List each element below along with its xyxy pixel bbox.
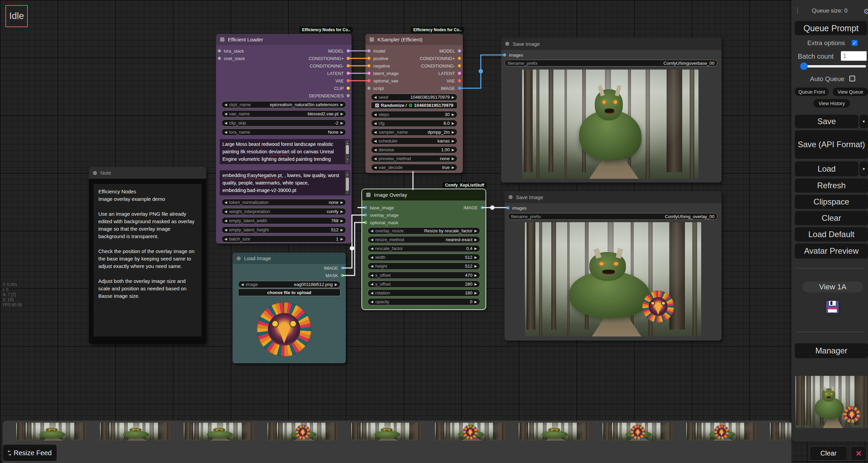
increment-arrow-icon[interactable]: ▶ [340, 237, 343, 241]
widget-empty_latent_width[interactable]: ◀empty_latent_width768▶ [221, 217, 346, 224]
decrement-arrow-icon[interactable]: ◀ [224, 210, 227, 213]
widget-vae_name[interactable]: ◀vae_nameblessed2.vae.pt▶ [221, 110, 346, 117]
increment-arrow-icon[interactable]: ▶ [474, 282, 477, 286]
upload-button[interactable]: choose file to upload [238, 289, 340, 296]
output-port-CONDITIONING+[interactable]: CONDITIONING+ [420, 55, 461, 61]
feed-thumbnail[interactable] [603, 423, 673, 441]
output-port-DEPENDENCIES[interactable]: DEPENDENCIES [309, 93, 350, 99]
port-dot[interactable] [341, 266, 344, 270]
increment-arrow-icon[interactable]: ▶ [452, 157, 454, 160]
decrement-arrow-icon[interactable]: ◀ [374, 157, 377, 160]
scrollbar-thumb[interactable] [346, 145, 349, 154]
decrement-arrow-icon[interactable]: ◀ [224, 228, 227, 232]
output-port-CONDITIONING-[interactable]: CONDITIONING- [310, 63, 350, 69]
load-default-button[interactable]: Load Default [795, 227, 868, 242]
textarea-scrollbar[interactable]: ▲▼ [345, 171, 350, 195]
increment-arrow-icon[interactable]: ▶ [340, 210, 343, 213]
node-save-image-1[interactable]: Save Imageimagesfilename_prefixComfyUI\i… [501, 38, 722, 182]
refresh-button[interactable]: Refresh [795, 178, 868, 193]
load-button[interactable]: Load [795, 161, 859, 176]
node-ksampler-efficient[interactable]: Efficiency Nodes for Co..KSampler (Effic… [366, 34, 463, 173]
decrement-arrow-icon[interactable]: ◀ [371, 255, 373, 259]
batch-count-input[interactable] [841, 51, 867, 61]
input-port-script[interactable]: script [367, 85, 384, 91]
input-port-optional_vae[interactable]: optional_vae [367, 78, 398, 84]
node-efficient-loader[interactable]: Efficiency Nodes for Co..Efficient Loade… [216, 34, 352, 244]
feed-thumbnail[interactable] [435, 423, 506, 441]
widget-preview_method[interactable]: ◀preview_methodnone▶ [371, 155, 457, 162]
increment-arrow-icon[interactable]: ▶ [340, 121, 343, 125]
clear-workflow-button[interactable]: Clear [795, 211, 868, 225]
port-dot[interactable] [364, 206, 367, 209]
save-api-format-button[interactable]: Save (API Format) [795, 130, 868, 159]
increment-arrow-icon[interactable]: ▶ [474, 300, 477, 304]
port-dot[interactable] [458, 72, 461, 75]
widget-overlay_resize[interactable]: ◀overlay_resizeResize by rescale_factor▶ [368, 227, 480, 234]
settings-gear-icon[interactable]: ⚙ [863, 7, 868, 16]
manager-button[interactable]: Manager [795, 343, 868, 358]
port-dot[interactable] [458, 79, 461, 82]
decrement-arrow-icon[interactable]: ◀ [371, 238, 373, 242]
output-port-MODEL[interactable]: MODEL [328, 48, 350, 54]
port-dot[interactable] [367, 72, 371, 75]
port-dot[interactable] [458, 64, 461, 67]
widget-sampler_name[interactable]: ◀sampler_namedpmpp_2m▶ [371, 129, 457, 136]
increment-arrow-icon[interactable]: ▶ [452, 148, 454, 152]
decrement-arrow-icon[interactable]: ◀ [374, 121, 377, 125]
node-header[interactable]: KSampler (Efficient) [366, 34, 463, 45]
decrement-arrow-icon[interactable]: ◀ [241, 283, 244, 286]
widget-batch_size[interactable]: ◀batch_size1▶ [221, 235, 346, 243]
increment-arrow-icon[interactable]: ▶ [340, 228, 343, 232]
save-button[interactable]: Save [795, 115, 859, 128]
collapse-dot-icon[interactable] [505, 42, 509, 46]
increment-arrow-icon[interactable]: ▶ [340, 200, 343, 204]
output-port-VAE[interactable]: VAE [335, 78, 350, 84]
widget-filename_prefix[interactable]: filename_prefixComfyUI\imgoverbase_00 [505, 60, 717, 66]
view-1a-button[interactable]: View 1A [802, 282, 863, 292]
port-dot[interactable] [367, 49, 371, 53]
output-port-LATENT[interactable]: LATENT [327, 70, 350, 76]
result-preview-thumbnail[interactable] [795, 376, 867, 428]
port-dot[interactable] [364, 213, 367, 217]
output-port-IMAGE[interactable]: IMAGE [441, 85, 461, 91]
input-port-latent_image[interactable]: latent_image [367, 70, 398, 76]
randomize-seed-button[interactable]: ⚄Randomize /♻1046036195170979 [371, 102, 457, 109]
collapse-square-icon[interactable] [366, 193, 371, 197]
decrement-arrow-icon[interactable]: ◀ [224, 219, 227, 223]
widget-rescale_factor[interactable]: ◀rescale_factor0.4▶ [368, 245, 480, 252]
feed-thumbnail[interactable] [770, 423, 791, 441]
close-feed-button[interactable]: × [851, 446, 867, 461]
prompt-textarea[interactable]: Large Moss beast redwood forest landscap… [220, 139, 350, 164]
decrement-arrow-icon[interactable]: ◀ [374, 148, 377, 152]
resize-feed-button[interactable]: ⇤⇥ Resize Feed [3, 444, 57, 461]
increment-arrow-icon[interactable]: ▶ [452, 121, 454, 125]
increment-arrow-icon[interactable]: ▶ [340, 219, 343, 223]
widget-seed[interactable]: ◀seed1046036195170979▶ [371, 94, 457, 101]
view-history-button[interactable]: View History [813, 99, 850, 108]
port-dot[interactable] [347, 94, 350, 97]
port-dot[interactable] [347, 49, 350, 53]
port-dot[interactable] [218, 49, 221, 53]
increment-arrow-icon[interactable]: ▶ [340, 103, 343, 107]
output-port-IMAGE[interactable]: IMAGE [463, 205, 484, 211]
increment-arrow-icon[interactable]: ▶ [340, 112, 343, 116]
decrement-arrow-icon[interactable]: ◀ [224, 103, 227, 107]
widget-steps[interactable]: ◀steps30▶ [371, 111, 457, 118]
port-dot[interactable] [480, 206, 484, 209]
input-port-cnet_stack[interactable]: cnet_stack [218, 55, 245, 61]
increment-arrow-icon[interactable]: ▶ [474, 273, 477, 277]
save-avatar-button[interactable] [823, 298, 842, 316]
queue-prompt-button[interactable]: Queue Prompt [795, 21, 867, 35]
avatar-preview-button[interactable]: Avatar Preview [795, 244, 868, 258]
collapse-dot-icon[interactable] [93, 171, 97, 175]
port-dot[interactable] [458, 86, 461, 90]
node-note[interactable]: NoteEfficiency Nodes Image overlay examp… [89, 167, 206, 344]
decrement-arrow-icon[interactable]: ◀ [374, 130, 377, 134]
save-dropdown-button[interactable]: ▼ [860, 115, 868, 128]
decrement-arrow-icon[interactable]: ◀ [374, 113, 377, 116]
increment-arrow-icon[interactable]: ▶ [474, 247, 477, 250]
widget-denoise[interactable]: ◀denoise1.00▶ [371, 146, 457, 153]
decrement-arrow-icon[interactable]: ◀ [371, 264, 373, 268]
decrement-arrow-icon[interactable]: ◀ [371, 229, 373, 233]
input-port-overlay_image[interactable]: overlay_image [364, 212, 399, 218]
